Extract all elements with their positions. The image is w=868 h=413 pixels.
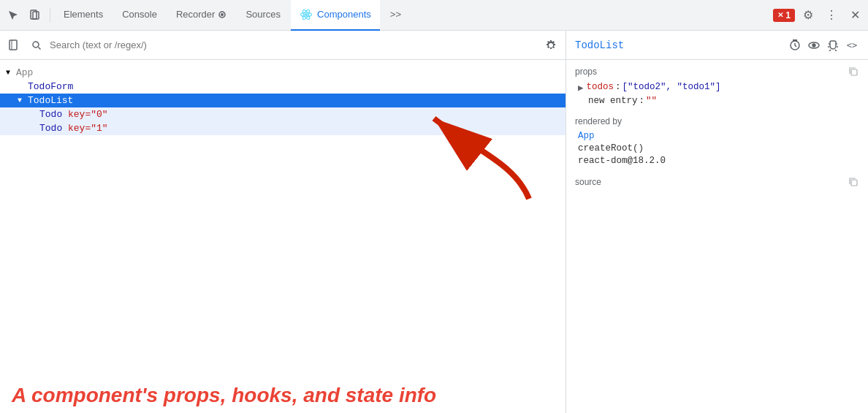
app-label: App bbox=[16, 67, 33, 78]
right-panel: TodoList bbox=[566, 31, 868, 413]
source-icon[interactable]: <> bbox=[845, 38, 859, 53]
prop-todos-colon: : bbox=[615, 82, 621, 92]
settings-icon[interactable]: ⚙ bbox=[798, 5, 818, 26]
svg-point-9 bbox=[33, 42, 39, 48]
tree-arrow-todoform bbox=[18, 83, 28, 91]
todolist-label: TodoList bbox=[28, 95, 73, 106]
select-component-icon[interactable] bbox=[6, 37, 23, 54]
todo-0-label: Todo bbox=[39, 109, 62, 120]
react-icon bbox=[300, 8, 313, 21]
todo-0-key-attr: key="0" bbox=[62, 109, 107, 120]
tree-item-app[interactable]: ▼ App bbox=[0, 66, 566, 80]
tree-item-todolist[interactable]: ▼ TodoList bbox=[0, 94, 566, 107]
close-icon[interactable]: ✕ bbox=[845, 5, 865, 26]
timer-icon[interactable] bbox=[788, 38, 802, 53]
tree-item-todo-0[interactable]: Todo key="0" bbox=[0, 107, 566, 121]
error-x: ✕ bbox=[777, 11, 783, 19]
bug-icon[interactable] bbox=[826, 38, 840, 53]
prop-no-arrow bbox=[578, 96, 588, 106]
tab-recorder[interactable]: Recorder bbox=[167, 0, 235, 31]
search-bar bbox=[0, 31, 566, 60]
source-copy-icon[interactable] bbox=[848, 176, 859, 188]
tab-console[interactable]: Console bbox=[113, 0, 166, 31]
rendered-by-reactdom: react-dom@18.2.0 bbox=[575, 156, 859, 166]
right-header-icons: <> bbox=[788, 38, 859, 53]
rendered-by-createroot: createRoot() bbox=[575, 143, 859, 154]
props-section-label: props bbox=[575, 66, 859, 77]
prop-todos-key: todos bbox=[587, 82, 614, 92]
svg-rect-14 bbox=[851, 69, 857, 75]
tab-divider-1 bbox=[50, 8, 50, 23]
tab-bar: Elements Console Recorder Sources Compon… bbox=[0, 0, 868, 31]
right-panel-header: TodoList bbox=[566, 31, 868, 60]
svg-point-13 bbox=[812, 44, 815, 47]
prop-todos: ▶ todos : ["todo2", "todo1"] bbox=[575, 82, 859, 94]
search-input[interactable] bbox=[50, 39, 538, 50]
eye-icon[interactable] bbox=[807, 38, 821, 53]
tab-elements[interactable]: Elements bbox=[55, 0, 112, 31]
tree-item-todo-1[interactable]: Todo key="1" bbox=[0, 121, 566, 135]
props-copy-icon[interactable] bbox=[848, 66, 859, 77]
todo-1-key-attr: key="1" bbox=[62, 123, 107, 134]
right-panel-content: props ▶ todos : ["todo2", "todo1"] new e bbox=[566, 60, 868, 413]
tree-arrow-todo-1 bbox=[29, 124, 39, 132]
inspector-pointer-icon[interactable] bbox=[3, 5, 23, 26]
tree-arrow-todolist: ▼ bbox=[18, 96, 28, 105]
tree-arrow-app: ▼ bbox=[6, 69, 16, 77]
source-section-label: source bbox=[575, 176, 859, 188]
prop-new-entry: new entry : "" bbox=[575, 96, 859, 106]
inspector-device-icon[interactable] bbox=[25, 5, 45, 26]
tree-item-todoform[interactable]: TodoForm bbox=[0, 80, 566, 94]
tab-bar-right: ✕ 1 ⚙ ⋮ ✕ bbox=[773, 5, 865, 26]
prop-newentry-colon: : bbox=[639, 96, 645, 106]
svg-rect-15 bbox=[851, 180, 857, 186]
left-panel: ▼ App TodoForm ▼ TodoList Todo key="0" bbox=[0, 31, 566, 413]
svg-rect-8 bbox=[9, 40, 17, 50]
rendered-by-section-label: rendered by bbox=[575, 116, 859, 126]
tab-components[interactable]: Components bbox=[291, 0, 380, 31]
prop-newentry-value: "" bbox=[646, 96, 657, 106]
search-icon[interactable] bbox=[28, 37, 45, 54]
component-title: TodoList bbox=[575, 39, 782, 51]
svg-point-4 bbox=[305, 13, 308, 16]
prop-newentry-key: new entry bbox=[588, 96, 638, 106]
tab-more[interactable]: >> bbox=[381, 0, 410, 31]
todo-1-label: Todo bbox=[39, 123, 62, 134]
error-badge[interactable]: ✕ 1 bbox=[773, 9, 795, 22]
prop-todos-value: ["todo2", "todo1"] bbox=[623, 82, 721, 92]
svg-rect-1 bbox=[33, 12, 39, 19]
main-layout: ▼ App TodoForm ▼ TodoList Todo key="0" bbox=[0, 31, 868, 413]
tab-sources[interactable]: Sources bbox=[237, 0, 289, 31]
search-settings-icon[interactable] bbox=[542, 37, 560, 54]
rendered-by-app: App bbox=[575, 131, 859, 141]
svg-point-3 bbox=[221, 13, 224, 16]
bottom-annotation-text: A component's props, hooks, and state in… bbox=[0, 376, 566, 413]
todoform-label: TodoForm bbox=[28, 81, 73, 92]
component-tree: ▼ App TodoForm ▼ TodoList Todo key="0" bbox=[0, 60, 566, 376]
tree-arrow-todo-0 bbox=[29, 110, 39, 118]
prop-expand-arrow[interactable]: ▶ bbox=[578, 82, 584, 94]
rendered-by-app-link[interactable]: App bbox=[578, 131, 595, 141]
more-menu-icon[interactable]: ⋮ bbox=[821, 5, 842, 26]
